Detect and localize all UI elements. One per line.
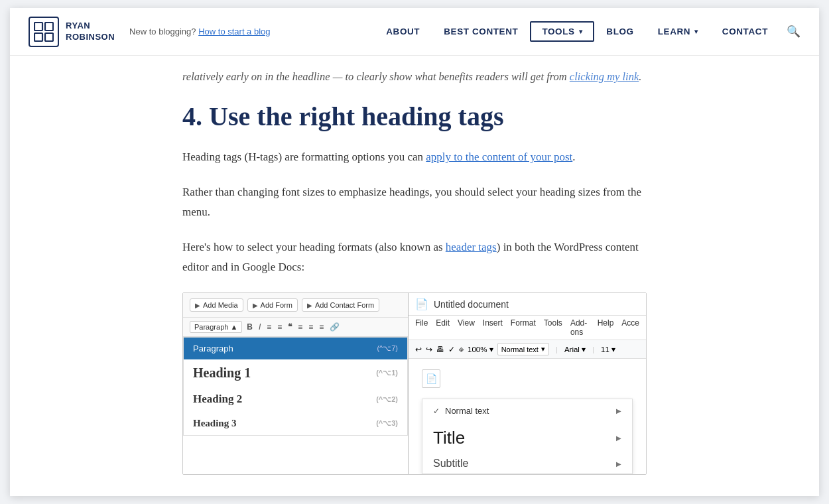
link-icon[interactable]: 🔗 — [328, 322, 341, 332]
logo[interactable]: RYAN ROBINSON — [29, 17, 115, 47]
nav-item-about[interactable]: ABOUT — [374, 21, 432, 42]
svg-rect-2 — [34, 33, 42, 41]
gdoc-normal-text-option[interactable]: ✓ Normal text ▶ — [422, 399, 632, 422]
gdoc-menu-help[interactable]: Help — [598, 318, 614, 337]
gdoc-body: 📄 ✓ Normal text ▶ Title ▶ — [409, 359, 646, 474]
form-icon: ▶ — [253, 302, 258, 309]
h3-shortcut: (^⌥3) — [376, 419, 398, 428]
wordpress-pane: ▶ Add Media ▶ Add Form ▶ Add Contact For… — [183, 293, 409, 474]
gdoc-zoom-select[interactable]: 100% ▾ — [468, 345, 493, 354]
learn-chevron-icon: ▾ — [694, 28, 698, 35]
screenshot-mockup: ▶ Add Media ▶ Add Form ▶ Add Contact For… — [182, 292, 647, 475]
paragraph-3: Here's how to select your heading format… — [182, 237, 647, 278]
ol-icon[interactable]: ≡ — [276, 322, 283, 332]
logo-text: RYAN ROBINSON — [66, 21, 115, 43]
gdoc-menu-tools[interactable]: Tools — [544, 318, 562, 337]
align-right-icon[interactable]: ≡ — [318, 322, 325, 332]
gdoc-menu-edit[interactable]: Edit — [436, 318, 450, 337]
align-center-icon[interactable]: ≡ — [307, 322, 314, 332]
nav-item-contact[interactable]: CONTACT — [710, 21, 780, 42]
gdoc-paint-icon[interactable]: ⎆ — [459, 346, 464, 353]
para-arrow-icon: ▲ — [230, 323, 237, 331]
subtitle-arrow-icon: ▶ — [616, 460, 621, 468]
nav-item-learn[interactable]: LEARN ▾ — [646, 21, 710, 42]
content-wrapper: relatively early on in the headline — to… — [10, 56, 819, 495]
wp-dropdown-paragraph[interactable]: Paragraph (^⌥7) — [184, 338, 407, 359]
quote-icon[interactable]: ❝ — [287, 322, 293, 332]
nav-links: ABOUT BEST CONTENT TOOLS ▾ BLOG LEARN ▾ — [374, 21, 780, 42]
svg-rect-0 — [34, 23, 42, 31]
search-icon[interactable]: 🔍 — [787, 25, 800, 38]
wp-add-form-btn[interactable]: ▶ Add Form — [247, 298, 298, 312]
gdoc-spellcheck-icon[interactable]: ✓ — [448, 345, 455, 354]
paragraph-1: Heading tags (H-tags) are formatting opt… — [182, 147, 647, 168]
section-heading: 4. Use the right heading tags — [182, 101, 647, 133]
wp-paragraph-select[interactable]: Paragraph ▲ — [190, 321, 242, 333]
logo-icon — [29, 17, 59, 47]
svg-rect-3 — [45, 33, 53, 41]
nav-item-blog[interactable]: BLOG — [594, 21, 645, 42]
ul-icon[interactable]: ≡ — [265, 322, 273, 332]
paragraph-shortcut: (^⌥7) — [377, 344, 398, 353]
logo-svg — [34, 22, 54, 42]
h1-shortcut: (^⌥1) — [376, 369, 398, 377]
gdoc-file-icon: 📄 — [415, 298, 428, 310]
nav-item-best-content[interactable]: BEST CONTENT — [432, 21, 530, 42]
clicking-my-link[interactable]: clicking my link — [570, 70, 639, 83]
title-arrow-icon: ▶ — [616, 434, 621, 442]
tagline-link[interactable]: How to start a blog — [198, 27, 270, 36]
nav-item-tools[interactable]: TOOLS ▾ — [530, 21, 594, 42]
gdoc-menu-file[interactable]: File — [415, 318, 428, 337]
wp-add-contact-form-btn[interactable]: ▶ Add Contact Form — [302, 298, 379, 312]
media-icon: ▶ — [195, 302, 200, 309]
gdoc-subtitle-option[interactable]: Subtitle ▶ — [422, 454, 632, 473]
gdoc-style-select[interactable]: Normal text ▾ — [497, 343, 549, 355]
gdoc-title-option[interactable]: Title ▶ — [422, 422, 632, 454]
gdoc-menu-format[interactable]: Format — [511, 318, 536, 337]
gdoc-menu-view[interactable]: View — [458, 318, 475, 337]
gdoc-menu-bar: File Edit View Insert Format Tools Add-o… — [409, 316, 646, 340]
gdoc-title: Untitled document — [434, 299, 509, 310]
gdoc-style-dropdown: ✓ Normal text ▶ Title ▶ Subtitle ▶ — [422, 399, 633, 474]
gdoc-size-select[interactable]: 11 ▾ — [601, 345, 615, 354]
wp-add-media-btn[interactable]: ▶ Add Media — [190, 298, 243, 312]
navbar: RYAN ROBINSON New to blogging? How to st… — [10, 8, 819, 56]
contact-icon: ▶ — [307, 302, 312, 309]
gdoc-redo-icon[interactable]: ↪ — [426, 345, 432, 354]
wp-top-toolbar: ▶ Add Media ▶ Add Form ▶ Add Contact For… — [183, 293, 408, 318]
wp-dropdown-heading1[interactable]: Heading 1 (^⌥1) — [184, 359, 407, 387]
gdoc-menu-acce[interactable]: Acce — [621, 318, 639, 337]
svg-rect-1 — [45, 23, 53, 31]
wp-format-dropdown: Paragraph (^⌥7) Heading 1 (^⌥1) Heading … — [183, 337, 408, 436]
gdocs-pane: 📄 Untitled document File Edit View Inser… — [409, 293, 646, 474]
content-area: relatively early on in the headline — to… — [182, 56, 647, 495]
h2-shortcut: (^⌥2) — [376, 395, 398, 404]
wp-format-toolbar: Paragraph ▲ B I ≡ ≡ ❝ ≡ ≡ ≡ 🔗 — [183, 318, 408, 337]
gdoc-undo-icon[interactable]: ↩ — [415, 345, 422, 354]
gdoc-document-icon: 📄 — [422, 369, 440, 388]
normal-text-arrow-icon: ▶ — [616, 407, 621, 414]
wp-dropdown-heading3[interactable]: Heading 3 (^⌥3) — [184, 412, 407, 435]
wp-dropdown-heading2[interactable]: Heading 2 (^⌥2) — [184, 387, 407, 412]
italic-icon[interactable]: I — [257, 322, 262, 332]
gdoc-font-select[interactable]: Arial ▾ — [564, 345, 586, 354]
gdoc-menu-insert[interactable]: Insert — [483, 318, 503, 337]
nav-tagline: New to blogging? How to start a blog — [127, 27, 270, 36]
gdoc-title-bar: 📄 Untitled document — [409, 293, 646, 316]
gdoc-print-icon[interactable]: 🖶 — [436, 346, 444, 353]
check-icon: ✓ — [433, 407, 440, 416]
gdoc-menu-addons[interactable]: Add-ons — [570, 318, 590, 337]
align-left-icon[interactable]: ≡ — [296, 322, 304, 332]
page-frame: RYAN ROBINSON New to blogging? How to st… — [10, 8, 819, 496]
gdoc-toolbar: ↩ ↪ 🖶 ✓ ⎆ 100% ▾ Normal text ▾ | Arial ▾ — [409, 340, 646, 359]
header-tags-link[interactable]: header tags — [446, 241, 497, 253]
top-truncated-text: relatively early on in the headline — to… — [182, 56, 647, 86]
apply-to-content-link[interactable]: apply to the content of your post — [426, 151, 572, 163]
paragraph-2: Rather than changing font sizes to empha… — [182, 182, 647, 223]
tools-chevron-icon: ▾ — [579, 28, 583, 35]
bold-icon[interactable]: B — [245, 322, 254, 332]
